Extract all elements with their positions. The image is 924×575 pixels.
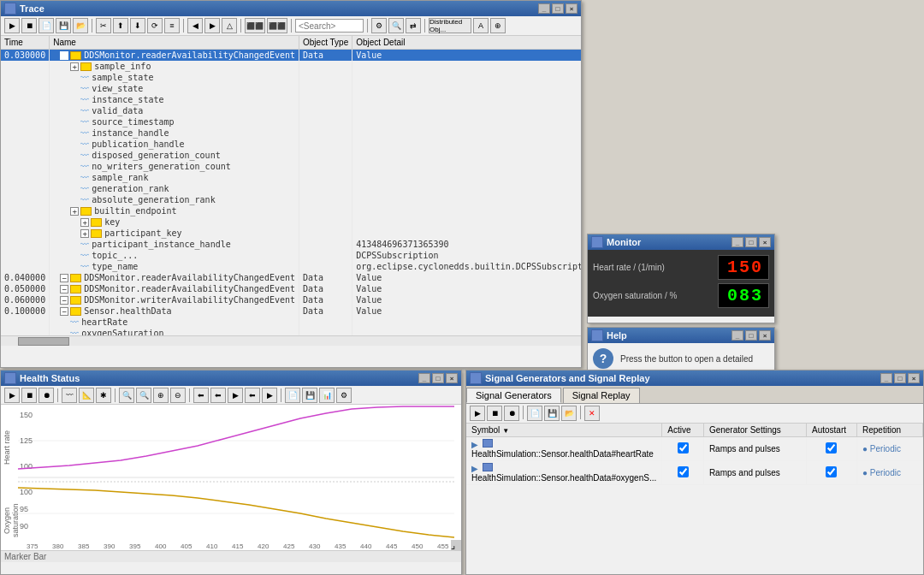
health-tool-11[interactable]: ⬅ bbox=[193, 388, 209, 403]
table-row[interactable]: +builtin_endpoint bbox=[1, 205, 581, 216]
health-close[interactable]: × bbox=[446, 373, 458, 383]
sig-cell-active[interactable] bbox=[662, 461, 704, 485]
health-tool-13[interactable]: ▶ bbox=[228, 388, 243, 403]
health-tool-4[interactable]: 〰 bbox=[62, 388, 77, 403]
table-row[interactable]: +sample_info bbox=[1, 61, 581, 72]
sig-active-checkbox[interactable] bbox=[678, 466, 689, 477]
toolbar-btn-11[interactable]: ◀ bbox=[187, 18, 203, 33]
search-input[interactable] bbox=[295, 19, 364, 33]
col-object-detail[interactable]: Object Detail bbox=[352, 36, 581, 50]
health-tool-17[interactable]: 💾 bbox=[302, 388, 317, 403]
toolbar-btn-4[interactable]: 💾 bbox=[56, 18, 71, 33]
toolbar-btn-5[interactable]: 📂 bbox=[73, 18, 88, 33]
monitor-minimize[interactable]: _ bbox=[732, 237, 743, 247]
sig-col-symbol[interactable]: Symbol ▼ bbox=[466, 424, 662, 437]
sig-expand-arrow[interactable]: ▶ bbox=[471, 464, 481, 473]
toolbar-btn-9[interactable]: ⟳ bbox=[147, 18, 163, 33]
sig-col-repetition[interactable]: Repetition bbox=[857, 424, 923, 437]
health-tool-7[interactable]: 🔍 bbox=[119, 388, 134, 403]
health-tool-8[interactable]: 🔍 bbox=[136, 388, 151, 403]
table-row[interactable]: 0.050000−DDSMonitor.readerAvailabilityCh… bbox=[1, 283, 581, 294]
expand-icon[interactable]: + bbox=[70, 62, 79, 71]
table-row[interactable]: 〰view_state4 bbox=[1, 83, 581, 94]
sig-col-settings[interactable]: Generator Settings bbox=[703, 424, 806, 437]
health-tool-2[interactable]: ⏹ bbox=[21, 388, 37, 403]
health-tool-14[interactable]: ⬅ bbox=[245, 388, 260, 403]
tab-signal-replay[interactable]: Signal Replay bbox=[563, 388, 640, 403]
tab-signal-generators[interactable]: Signal Generators bbox=[466, 388, 561, 403]
expand-icon[interactable]: + bbox=[80, 218, 89, 227]
toolbar-btn-12[interactable]: ▶ bbox=[204, 18, 220, 33]
toolbar-btn-filter[interactable]: ⚙ bbox=[371, 18, 387, 33]
signal-tool-6[interactable]: 📂 bbox=[561, 406, 577, 421]
trace-scrollbar-thumb[interactable] bbox=[18, 337, 69, 346]
toolbar-btn-20[interactable]: ⊕ bbox=[490, 18, 506, 33]
trace-content[interactable]: Time Name Object Type Object Detail Dir … bbox=[1, 36, 581, 335]
health-tool-19[interactable]: ⚙ bbox=[336, 388, 352, 403]
sig-cell-autostart[interactable] bbox=[806, 437, 856, 461]
toolbar-btn-7[interactable]: ⬆ bbox=[113, 18, 128, 33]
health-minimize[interactable]: _ bbox=[418, 373, 430, 383]
signal-tool-2[interactable]: ⏹ bbox=[487, 406, 502, 421]
signal-table-container[interactable]: Symbol ▼ Active Generator Settings Autos… bbox=[466, 424, 923, 556]
table-row[interactable]: 0.030000−DDSMonitor.readerAvailabilityCh… bbox=[1, 50, 581, 62]
expand-icon[interactable]: + bbox=[80, 229, 89, 238]
table-row[interactable]: 〰publication_handle267860261578059225 bbox=[1, 139, 581, 150]
expand-icon[interactable]: − bbox=[60, 307, 68, 316]
sig-col-active[interactable]: Active bbox=[662, 424, 704, 437]
signal-close[interactable]: × bbox=[908, 373, 920, 383]
toolbar-btn-18[interactable]: Distributed Obj... bbox=[429, 18, 471, 33]
health-tool-6[interactable]: ✱ bbox=[96, 388, 111, 403]
signal-tool-4[interactable]: 📄 bbox=[527, 406, 542, 421]
table-row[interactable]: 〰absolute_generation_rank0 bbox=[1, 194, 581, 205]
health-tool-1[interactable]: ▶ bbox=[4, 388, 20, 403]
table-row[interactable]: 〰valid_data1 bbox=[1, 105, 581, 116]
sig-cell-active[interactable] bbox=[662, 437, 704, 461]
toolbar-btn-1[interactable]: ▶ bbox=[4, 18, 20, 33]
help-maximize[interactable]: □ bbox=[745, 330, 757, 341]
sig-cell-autostart[interactable] bbox=[806, 461, 856, 485]
col-name[interactable]: Name bbox=[50, 36, 299, 50]
signal-tool-1[interactable]: ▶ bbox=[470, 406, 485, 421]
table-row[interactable]: 0.060000−DDSMonitor.writerAvailabilityCh… bbox=[1, 294, 581, 305]
expand-icon[interactable]: − bbox=[60, 274, 68, 282]
toolbar-btn-8[interactable]: ⬇ bbox=[130, 18, 145, 33]
table-row[interactable]: 0.100000−Sensor.healthDataDataValueTxDDS bbox=[1, 305, 581, 317]
signal-tool-delete[interactable]: ✕ bbox=[584, 406, 600, 421]
sig-active-checkbox[interactable] bbox=[678, 442, 689, 453]
table-row[interactable]: +participant_key bbox=[1, 228, 581, 239]
chart-resize-handle[interactable]: ⌟ bbox=[451, 540, 461, 550]
health-tool-3[interactable]: ⏺ bbox=[38, 388, 54, 403]
table-row[interactable]: 〰instance_state16 bbox=[1, 94, 581, 105]
table-row[interactable]: 〰sample_state2 bbox=[1, 72, 581, 83]
table-row[interactable]: 〰sample_rank0 bbox=[1, 172, 581, 183]
expand-icon[interactable]: − bbox=[60, 296, 68, 305]
table-row[interactable]: 0.040000−DDSMonitor.readerAvailabilityCh… bbox=[1, 272, 581, 283]
col-time[interactable]: Time bbox=[1, 36, 50, 50]
signal-row[interactable]: ▶ HealthSimulation::Sensor.healthData#he… bbox=[466, 437, 923, 461]
expand-icon[interactable]: − bbox=[60, 51, 68, 60]
help-minimize[interactable]: _ bbox=[732, 330, 743, 341]
signal-tool-5[interactable]: 💾 bbox=[544, 406, 560, 421]
sig-autostart-checkbox[interactable] bbox=[826, 442, 837, 453]
signal-tool-3[interactable]: ⏺ bbox=[504, 406, 519, 421]
health-tool-5[interactable]: 📐 bbox=[79, 388, 94, 403]
expand-icon[interactable]: + bbox=[70, 207, 79, 216]
table-row[interactable]: 〰topic_...DCPSSubscription bbox=[1, 250, 581, 261]
trace-close[interactable]: × bbox=[566, 3, 578, 14]
table-row[interactable]: 〰no_writers_generation_count0 bbox=[1, 161, 581, 172]
sig-autostart-checkbox[interactable] bbox=[826, 466, 837, 477]
sig-col-autostart[interactable]: Autostart bbox=[806, 424, 856, 437]
toolbar-btn-14[interactable]: ⬛⬛ bbox=[245, 18, 265, 33]
health-tool-16[interactable]: 📄 bbox=[285, 388, 300, 403]
table-row[interactable]: 〰participant_instance_handle413484696371… bbox=[1, 239, 581, 250]
help-close[interactable]: × bbox=[759, 330, 771, 341]
health-tool-15[interactable]: ▶ bbox=[262, 388, 277, 403]
trace-scrollbar-h[interactable] bbox=[1, 335, 581, 346]
expand-icon[interactable]: − bbox=[60, 285, 68, 293]
table-row[interactable]: 〰source_timestamp16689958437439379000 bbox=[1, 116, 581, 127]
health-tool-10[interactable]: ⊖ bbox=[170, 388, 186, 403]
toolbar-btn-6[interactable]: ✂ bbox=[96, 18, 111, 33]
monitor-maximize[interactable]: □ bbox=[745, 237, 757, 247]
table-row[interactable]: 〰type_nameorg.eclipse.cyclonedds.builtin… bbox=[1, 261, 581, 272]
